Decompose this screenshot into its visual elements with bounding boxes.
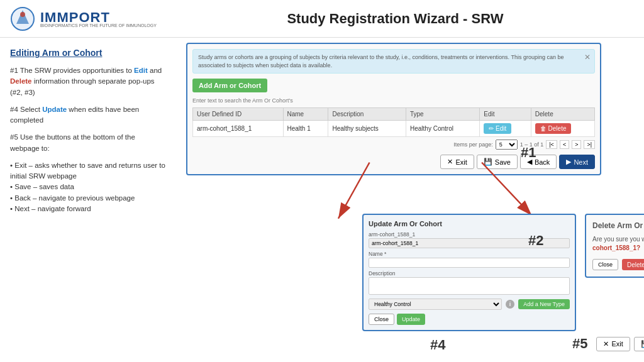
last-page-button[interactable]: >| bbox=[584, 140, 595, 149]
logo-icon bbox=[10, 6, 35, 31]
popup-close-button[interactable]: Close bbox=[369, 314, 394, 325]
page-title-area: Study Registration Wizard - SRW bbox=[157, 11, 634, 27]
col-edit: Edit bbox=[480, 108, 531, 121]
cell-name: Health 1 bbox=[283, 121, 328, 137]
cell-delete: 🗑 Delete bbox=[531, 121, 594, 137]
popup-update: Update Arm Or Cohort arm-cohort_1588_1 N… bbox=[362, 214, 576, 331]
col-type: Type bbox=[406, 108, 480, 121]
label-1: #1 bbox=[521, 145, 536, 161]
cell-user-id: arm-cohort_1588_1 bbox=[193, 121, 284, 137]
next-page-button[interactable]: > bbox=[572, 140, 581, 149]
next-icon: ▶ bbox=[566, 158, 571, 166]
bullet-save: • Save – saves data bbox=[10, 183, 74, 190]
table-header-row: User Defined ID Name Description Type Ed… bbox=[193, 108, 595, 121]
add-arm-button[interactable]: Add Arm or Cohort bbox=[192, 79, 267, 92]
sidebar-p1-after: information through separate pop-ups (#2… bbox=[10, 77, 155, 96]
popup-update-button[interactable]: Update bbox=[397, 314, 425, 325]
label-5: #5 bbox=[572, 336, 587, 352]
info-banner: Study arms or cohorts are a grouping of … bbox=[192, 49, 595, 74]
items-per-page-label: Items per page: bbox=[453, 141, 493, 148]
bullet-next: • Next – navigate forward bbox=[10, 205, 91, 212]
sidebar-p1: #1 The SRW provides opportunities to Edi… bbox=[10, 65, 166, 98]
popup-name-label: Name * bbox=[369, 251, 570, 257]
popup-delete-close-button[interactable]: Close bbox=[592, 259, 618, 270]
save-button[interactable]: 💾 Save bbox=[477, 155, 518, 169]
popup-delete-text: Are you sure you want to delete the arm … bbox=[592, 235, 644, 253]
popup-delete-msg-before: Are you sure you want to delete the arm … bbox=[592, 236, 644, 243]
add-type-button[interactable]: Add a New Type bbox=[518, 299, 570, 309]
popup-delete-bottom: Close Delete bbox=[592, 259, 644, 270]
sidebar-p1-before: #1 The SRW provides opportunities to bbox=[10, 67, 134, 74]
main-layout: Editing Arm or Cohort #1 The SRW provide… bbox=[0, 38, 644, 362]
label-2: #2 bbox=[528, 233, 543, 249]
popup-update-title: Update Arm Or Cohort bbox=[369, 220, 570, 228]
delete-row-button[interactable]: 🗑 Delete bbox=[535, 123, 572, 134]
bullet-back: • Back – navigate to previous webpage bbox=[10, 194, 135, 202]
first-page-button[interactable]: |< bbox=[546, 140, 557, 149]
close-banner-icon[interactable]: ✕ bbox=[584, 52, 591, 63]
popup-desc-textarea[interactable] bbox=[369, 277, 570, 295]
popup-delete-confirm-button[interactable]: Delete bbox=[622, 259, 644, 270]
col-user-defined-id: User Defined ID bbox=[193, 108, 284, 121]
sidebar-heading: Editing Arm or Cohort bbox=[10, 48, 166, 58]
col-name: Name bbox=[283, 108, 328, 121]
popup-name-field: Name * bbox=[369, 251, 570, 268]
type-info-icon: i bbox=[506, 300, 514, 309]
bottom-save-button[interactable]: 💾 Save bbox=[634, 337, 644, 351]
label-4: #4 bbox=[430, 337, 445, 353]
col-delete: Delete bbox=[531, 108, 594, 121]
items-per-page-select[interactable]: 5 10 25 bbox=[496, 140, 518, 150]
popup-name-input[interactable] bbox=[369, 258, 570, 268]
header: IMMPORT BIOINFORMATICS FOR THE FUTURE OF… bbox=[0, 0, 644, 38]
popup-delete-title: Delete Arm Or Cohort bbox=[592, 221, 644, 230]
search-hint: Enter text to search the Arm Or Cohort's bbox=[192, 97, 595, 104]
sidebar-p4-before: #4 Select bbox=[10, 106, 42, 113]
col-description: Description bbox=[328, 108, 406, 121]
info-banner-text: Study arms or cohorts are a grouping of … bbox=[198, 54, 564, 69]
sidebar-delete-label: Delete bbox=[10, 77, 32, 85]
sidebar-p1-mid: and bbox=[150, 67, 162, 74]
popup-type-row: Healthy Control i Add a New Type bbox=[369, 299, 570, 310]
exit-button[interactable]: ✕ Exit bbox=[440, 155, 474, 169]
sidebar-update-label: Update bbox=[42, 106, 67, 113]
logo-subtitle: BIOINFORMATICS FOR THE FUTURE OF IMMUNOL… bbox=[40, 23, 157, 28]
sidebar-p4: #4 Select Update when edits have been co… bbox=[10, 104, 166, 126]
main-panel: Study arms or cohorts are a grouping of … bbox=[186, 43, 601, 175]
logo-text-area: IMMPORT BIOINFORMATICS FOR THE FUTURE OF… bbox=[40, 9, 157, 28]
arm-table: User Defined ID Name Description Type Ed… bbox=[192, 107, 595, 137]
cell-type: Healthy Control bbox=[406, 121, 480, 137]
prev-page-button[interactable]: < bbox=[560, 140, 569, 149]
table-row: arm-cohort_1588_1 Health 1 Healthy subje… bbox=[193, 121, 595, 137]
next-button[interactable]: ▶ Next bbox=[559, 155, 595, 169]
logo-area: IMMPORT BIOINFORMATICS FOR THE FUTURE OF… bbox=[10, 6, 157, 31]
cell-edit: ✏ Edit bbox=[480, 121, 531, 137]
bottom-nav-area: #5 ✕ Exit 💾 Save ◀ Back ▶ Next bbox=[572, 336, 644, 352]
svg-point-2 bbox=[20, 12, 25, 17]
page-title: Study Registration Wizard - SRW bbox=[287, 11, 503, 26]
popup-desc-field: Description bbox=[369, 270, 570, 296]
sidebar-bullets: • Exit – asks whether to save and return… bbox=[10, 160, 166, 214]
cell-description: Healthy subjects bbox=[328, 121, 406, 137]
edit-row-button[interactable]: ✏ Edit bbox=[484, 123, 511, 134]
bullet-exit: • Exit – asks whether to save and return… bbox=[10, 162, 165, 180]
bottom-save-icon: 💾 bbox=[641, 340, 644, 348]
save-icon: 💾 bbox=[484, 158, 492, 166]
bottom-exit-button[interactable]: ✕ Exit bbox=[596, 337, 630, 351]
bottom-exit-icon: ✕ bbox=[603, 340, 609, 348]
popup-type-select[interactable]: Healthy Control bbox=[369, 299, 502, 310]
popup-update-bottom: Close Update bbox=[369, 314, 570, 325]
popup-desc-label: Description bbox=[369, 270, 570, 277]
content-area: Study arms or cohorts are a grouping of … bbox=[176, 38, 644, 362]
sidebar-p5: #5 Use the buttons at the bottom of the … bbox=[10, 132, 166, 154]
exit-icon: ✕ bbox=[447, 158, 453, 166]
sidebar-edit-label: Edit bbox=[134, 67, 148, 74]
sidebar: Editing Arm or Cohort #1 The SRW provide… bbox=[0, 38, 176, 362]
popup-delete: Delete Arm Or Cohort Are you sure you wa… bbox=[585, 214, 644, 278]
